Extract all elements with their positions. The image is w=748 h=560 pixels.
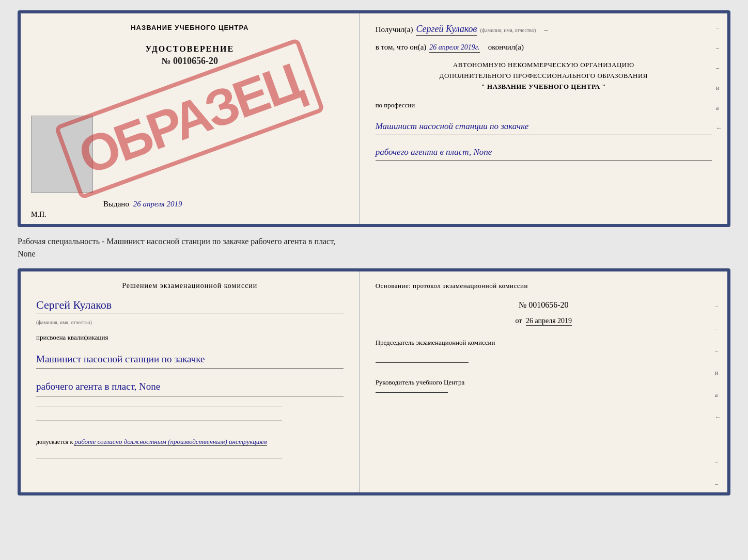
ot-date: от 26 апреля 2019 — [376, 317, 712, 325]
bottom-doc-right: Основание: протокол экзаменационной коми… — [360, 271, 727, 492]
po-professii-label: по профессии — [376, 101, 712, 109]
poluchil-name: Сергей Кулаков — [416, 24, 477, 36]
org-line1: АВТОНОМНУЮ НЕКОММЕРЧЕСКУЮ ОРГАНИЗАЦИЮ — [376, 60, 712, 71]
top-document: НАЗВАНИЕ УЧЕБНОГО ЦЕНТРА ОБРАЗЕЦ УДОСТОВ… — [18, 10, 730, 227]
b-mark-5: а — [715, 391, 721, 399]
fio-sub-bottom: (фамилия, имя, отчество) — [36, 319, 344, 325]
dash-1: – — [544, 25, 548, 34]
okonchil-label: окончил(а) — [488, 43, 524, 52]
predsedatel-title: Председатель экзаменационной комиссии — [376, 338, 712, 348]
specialty-text: Рабочая специальность - Машинист насосно… — [18, 237, 335, 246]
dopuskaetsya-label: допускается к — [36, 438, 73, 445]
dopuskaetsya-text: работе согласно должностным (производств… — [74, 438, 267, 446]
udostoverenie-number: № 0010656-20 — [146, 56, 235, 67]
bottom-doc-left: Решением экзаменационной комиссии Сергей… — [21, 271, 360, 492]
vtom-date: 26 апреля 2019г. — [429, 43, 479, 53]
org-block: АВТОНОМНУЮ НЕКОММЕРЧЕСКУЮ ОРГАНИЗАЦИЮ ДО… — [376, 60, 712, 92]
mark-5: а — [716, 104, 722, 112]
udostoverenie-title: УДОСТОВЕРЕНИЕ — [146, 44, 235, 54]
mark-4: и — [716, 84, 722, 92]
bottom-right-margin-marks: – – – и а ← – – – – — [715, 302, 721, 495]
org-line3: " НАЗВАНИЕ УЧЕБНОГО ЦЕНТРА " — [376, 82, 712, 92]
mark-2: – — [716, 44, 722, 52]
rukovoditel-block: Руководитель учебного Центра — [376, 377, 712, 393]
osnovanie-title: Основание: протокол экзаменационной коми… — [376, 282, 712, 290]
poluchil-line: Получил(а) Сергей Кулаков (фамилия, имя,… — [376, 24, 712, 36]
ot-label: от — [516, 317, 522, 325]
sig-line-3 — [36, 458, 282, 458]
prof-line2-bottom: рабочего агента в пласт, None — [36, 377, 344, 396]
protokol-number: № 0010656-20 — [376, 300, 712, 310]
prisvoyena-label: присвоена квалификация — [36, 333, 344, 342]
b-mark-6: ← — [715, 413, 721, 421]
predsedatel-sig-line — [376, 353, 469, 363]
photo-placeholder — [31, 116, 93, 193]
b-mark-3: – — [715, 347, 721, 355]
specialty-text2: None — [18, 249, 36, 258]
prof-line1-bottom: Машинист насосной станции по закачке — [36, 350, 344, 369]
mark-6: ← — [716, 124, 722, 132]
bottom-document: Решением экзаменационной комиссии Сергей… — [18, 268, 730, 495]
fio-sub-top: (фамилия, имя, отчество) — [480, 27, 536, 33]
person-name-bottom: Сергей Кулаков — [36, 298, 344, 313]
vtom-line: в том, что он(а) 26 апреля 2019г. окончи… — [376, 43, 712, 53]
mark-3: – — [716, 64, 722, 72]
top-doc-right: Получил(а) Сергей Кулаков (фамилия, имя,… — [360, 13, 727, 224]
top-right-margin-marks: – – – и а ← — [716, 24, 722, 132]
prof-line1-top: Машинист насосной станции по закачке — [376, 119, 712, 135]
udostoverenie-block: УДОСТОВЕРЕНИЕ № 0010656-20 — [141, 42, 240, 69]
org-line2: ДОПОЛНИТЕЛЬНОГО ПРОФЕССИОНАЛЬНОГО ОБРАЗО… — [376, 71, 712, 82]
b-mark-1: – — [715, 302, 721, 310]
rukovoditel-sig-line — [376, 392, 448, 393]
b-mark-7: – — [715, 436, 721, 443]
top-doc-left: НАЗВАНИЕ УЧЕБНОГО ЦЕНТРА ОБРАЗЕЦ УДОСТОВ… — [21, 13, 360, 224]
vtom-label: в том, что он(а) — [376, 43, 427, 52]
specialty-label: Рабочая специальность - Машинист насосно… — [18, 233, 730, 262]
top-center-title: НАЗВАНИЕ УЧЕБНОГО ЦЕНТРА — [131, 24, 248, 31]
sig-line-1 — [36, 407, 282, 407]
sig-line-2 — [36, 421, 282, 421]
mark-1: – — [716, 24, 722, 31]
b-mark-9: – — [715, 480, 721, 488]
b-mark-4: и — [715, 369, 721, 377]
ot-date-value: 26 апреля 2019 — [526, 317, 572, 326]
b-mark-8: – — [715, 458, 721, 466]
resheniem-title: Решением экзаменационной комиссии — [36, 282, 344, 290]
vydano-line: Выдано 26 апреля 2019 — [103, 200, 182, 209]
dopuskaetsya-block: допускается к работе согласно должностны… — [36, 437, 344, 447]
vydano-date: 26 апреля 2019 — [133, 200, 182, 208]
b-mark-2: – — [715, 325, 721, 332]
predsedatel-block: Председатель экзаменационной комиссии — [376, 338, 712, 363]
rukovoditel-title: Руководитель учебного Центра — [376, 377, 712, 388]
mp-line: М.П. — [31, 211, 46, 219]
poluchil-label: Получил(а) — [376, 25, 413, 34]
vydano-label: Выдано — [103, 200, 129, 208]
prof-line2-top: рабочего агента в пласт, None — [376, 145, 712, 161]
